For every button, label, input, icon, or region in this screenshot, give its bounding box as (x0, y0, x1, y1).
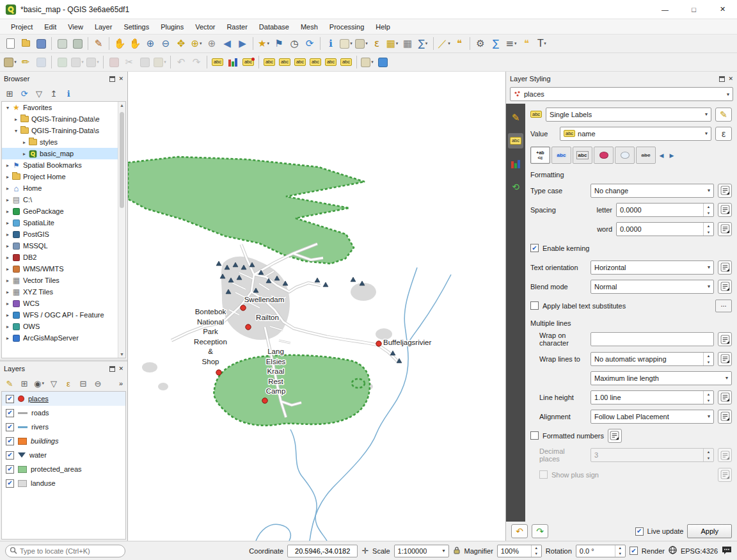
line-height-spinner[interactable]: 1.00 line ▲▼ (590, 390, 714, 404)
apply-button[interactable]: Apply (687, 524, 732, 538)
minimize-button[interactable]: — (651, 0, 679, 19)
expander-icon[interactable]: ▸ (20, 151, 28, 157)
expander-icon[interactable]: ▸ (4, 163, 12, 168)
data-defined-override-icon[interactable] (718, 260, 732, 275)
menu-project[interactable]: Project (5, 20, 38, 33)
layer-visibility-checkbox[interactable]: ✔ (6, 479, 14, 488)
tab-scroll-left[interactable]: ◀ (657, 147, 666, 164)
text-orientation-combo[interactable]: Horizontal ▾ (590, 260, 714, 275)
highlight-pinned-labels-icon[interactable]: abc (262, 54, 277, 70)
filter-by-expression-icon[interactable]: ε (62, 377, 75, 390)
menu-database[interactable]: Database (253, 20, 295, 33)
menu-raster[interactable]: Raster (221, 20, 253, 33)
tab-shadow[interactable] (594, 147, 614, 164)
show-layout-manager-icon[interactable] (70, 36, 85, 51)
menu-layer[interactable]: Layer (89, 20, 118, 33)
expander-icon[interactable]: ▸ (4, 312, 12, 318)
locator-input[interactable] (20, 547, 121, 555)
styling-close-icon[interactable]: ✕ (728, 76, 733, 82)
current-edits-icon[interactable]: ▾ (3, 54, 18, 70)
symbology-tab-icon[interactable]: ✎ (508, 110, 523, 125)
show-spatial-bookmarks-icon[interactable]: ⚑ (271, 36, 287, 51)
browser-properties-icon[interactable]: ℹ (62, 87, 75, 100)
expander-icon[interactable]: ▸ (4, 289, 12, 295)
expander-icon[interactable]: ▸ (4, 301, 12, 307)
add-group-icon[interactable]: ⊞ (18, 377, 31, 390)
data-defined-override-icon[interactable] (718, 332, 732, 346)
tab-callouts[interactable] (615, 147, 635, 164)
menu-help[interactable]: Help (370, 20, 396, 33)
zoom-last-icon[interactable]: ◀ (219, 36, 235, 51)
menu-view[interactable]: View (62, 20, 89, 33)
data-defined-override-icon[interactable] (718, 390, 732, 404)
deselect-features-icon[interactable]: ▾ (354, 36, 369, 51)
formatted-numbers-checkbox[interactable]: ✔ (530, 431, 539, 440)
data-defined-override-icon[interactable] (718, 203, 732, 217)
expand-all-icon[interactable]: ⊟ (77, 377, 90, 390)
data-defined-override-icon[interactable] (718, 184, 732, 198)
render-checkbox[interactable]: ✔ (630, 547, 638, 555)
layer-visibility-checkbox[interactable]: ✔ (6, 423, 14, 431)
browser-item-qgis-training-data-e[interactable]: ▸QGIS-Training-Data\e (2, 113, 125, 125)
browser-item-c-[interactable]: ▸▤C:\ (2, 194, 125, 205)
show-hide-labels-icon[interactable]: abc (292, 54, 308, 70)
browser-item-styles[interactable]: ▸styles (2, 136, 125, 148)
scale-combo[interactable]: 1:100000 ▾ (394, 545, 449, 557)
statistics-panel-icon[interactable]: ∑ (488, 36, 503, 51)
manage-map-themes-icon[interactable]: ◉▾ (33, 377, 45, 390)
layer-item-places[interactable]: ✔places (2, 392, 125, 406)
style-manager-icon[interactable]: ✎ (91, 36, 106, 51)
expander-icon[interactable]: ▸ (4, 174, 12, 180)
new-project-icon[interactable] (3, 36, 18, 51)
browser-item-spatialite[interactable]: ▸SpatiaLite (2, 217, 125, 228)
temporal-controller-icon[interactable]: ◷ (287, 36, 302, 51)
browser-close-icon[interactable]: ✕ (118, 76, 123, 82)
change-label-icon[interactable]: abc (338, 54, 354, 70)
layer-item-landuse[interactable]: ✔landuse (2, 476, 125, 490)
python-console-icon[interactable] (375, 54, 390, 70)
browser-item-vector-tiles[interactable]: ▸▦Vector Tiles (2, 275, 125, 286)
field-calculator-icon[interactable]: ▦ (400, 36, 415, 51)
browser-item-postgis[interactable]: ▸PostGIS (2, 228, 125, 240)
layer-visibility-checkbox[interactable]: ✔ (6, 409, 14, 417)
tab-background[interactable]: abc (573, 147, 592, 164)
new-spatial-bookmark-icon[interactable]: ★▾ (256, 36, 271, 51)
expander-icon[interactable]: ▸ (4, 335, 12, 341)
layer-diagram-options-icon[interactable] (225, 54, 241, 70)
data-defined-override-icon[interactable] (718, 352, 732, 366)
diagrams-tab-icon[interactable] (508, 156, 523, 172)
identify-features-icon[interactable]: ℹ (323, 36, 338, 51)
layer-visibility-checkbox[interactable]: ✔ (6, 451, 14, 460)
menu-settings[interactable]: Settings (118, 20, 155, 33)
expander-icon[interactable]: ▸ (4, 209, 12, 214)
apply-substitutes-checkbox[interactable]: ✔ (530, 301, 539, 310)
text-annotation-icon[interactable]: T▾ (534, 36, 550, 51)
browser-scrollbar[interactable]: ▲▼ (118, 102, 125, 358)
redo-style-button[interactable]: ↷ (532, 524, 548, 538)
browser-item-project-home[interactable]: ▸Project Home (2, 171, 125, 182)
styling-layer-combo[interactable]: places ▾ (510, 87, 733, 101)
rotation-spinner[interactable]: 0.0 ° ▲▼ (576, 545, 626, 557)
browser-item-mssql[interactable]: ▸MSSQL (2, 240, 125, 252)
blend-mode-combo[interactable]: Normal ▾ (590, 280, 714, 294)
log-messages-icon[interactable]: ❝ (519, 36, 534, 51)
tab-buffer[interactable]: abc (551, 147, 571, 164)
maximize-button[interactable]: □ (679, 0, 708, 19)
menu-mesh[interactable]: Mesh (295, 20, 324, 33)
menu-edit[interactable]: Edit (38, 20, 62, 33)
labels-tab-icon[interactable]: abc (508, 133, 523, 148)
pan-map-icon[interactable]: ✋ (112, 36, 127, 51)
browser-item-xyz-tiles[interactable]: ▸▦XYZ Tiles (2, 286, 125, 298)
enable-kerning-checkbox[interactable]: ✔ (530, 244, 539, 252)
data-defined-override-icon[interactable] (718, 280, 732, 294)
expander-icon[interactable]: ▾ (12, 128, 20, 134)
expander-icon[interactable]: ▸ (4, 324, 12, 330)
zoom-in-icon[interactable]: ⊕ (143, 36, 158, 51)
browser-item-basic-map[interactable]: ▸basic_map (2, 148, 125, 159)
menu-plugins[interactable]: Plugins (155, 20, 189, 33)
annotations-icon[interactable]: ▾ (360, 54, 375, 70)
browser-refresh-icon[interactable]: ⟳ (18, 87, 31, 100)
browser-item-qgis-training-data-s[interactable]: ▾QGIS-Training-Data\s (2, 125, 125, 136)
labeling-mode-combo[interactable]: Single Labels ▾ (546, 108, 711, 122)
styling-float-icon[interactable] (719, 76, 725, 82)
